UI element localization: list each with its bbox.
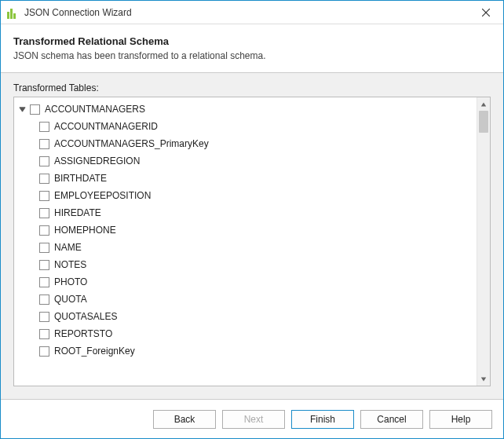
cancel-button[interactable]: Cancel <box>360 410 423 429</box>
tree-child-row[interactable]: HOMEPHONE <box>14 221 477 239</box>
tree-item-label: HOMEPHONE <box>54 225 116 236</box>
vertical-scrollbar[interactable] <box>477 97 490 386</box>
checkbox[interactable] <box>39 329 49 339</box>
checkbox[interactable] <box>39 277 49 287</box>
window-title: JSON Connection Wizard <box>24 7 469 18</box>
tree-item-label: QUOTA <box>54 294 87 305</box>
tree-child-row[interactable]: REPORTSTO <box>14 325 477 342</box>
svg-marker-3 <box>481 102 486 106</box>
tree-child-row[interactable]: ASSIGNEDREGION <box>14 152 477 170</box>
checkbox[interactable] <box>39 174 49 184</box>
checkbox[interactable] <box>39 208 49 218</box>
tree-child-row[interactable]: HIREDATE <box>14 204 477 221</box>
app-icon <box>7 6 20 19</box>
tree-container: ACCOUNTMANAGERS ACCOUNTMANAGERIDACCOUNTM… <box>13 97 491 386</box>
tree-child-row[interactable]: NOTES <box>14 256 477 273</box>
checkbox[interactable] <box>39 225 49 236</box>
tree-item-label: ROOT_ForeignKey <box>54 346 135 357</box>
tree-item-label: REPORTSTO <box>54 328 112 339</box>
tree-label: Transformed Tables: <box>13 82 491 93</box>
tree-child-row[interactable]: EMPLOYEEPOSITION <box>14 187 477 204</box>
tree-child-row[interactable]: ROOT_ForeignKey <box>14 342 477 360</box>
tree-item-label: ACCOUNTMANAGERID <box>54 121 158 132</box>
page-heading: Transformed Relational Schema <box>13 35 491 47</box>
scroll-thumb[interactable] <box>479 111 488 133</box>
transformed-tables-tree[interactable]: ACCOUNTMANAGERS ACCOUNTMANAGERIDACCOUNTM… <box>14 97 477 386</box>
tree-item-label: PHOTO <box>54 276 87 287</box>
tree-child-row[interactable]: BIRTHDATE <box>14 170 477 187</box>
checkbox[interactable] <box>39 243 49 253</box>
expander-toggle[interactable] <box>17 104 27 114</box>
wizard-header: Transformed Relational Schema JSON schem… <box>1 24 503 73</box>
tree-item-label: HIREDATE <box>54 207 101 218</box>
help-button[interactable]: Help <box>429 410 492 429</box>
back-button[interactable]: Back <box>153 410 216 429</box>
finish-button[interactable]: Finish <box>291 410 354 429</box>
tree-child-row[interactable]: QUOTASALES <box>14 308 477 325</box>
page-subtext: JSON schema has been transformed to a re… <box>13 50 491 61</box>
svg-marker-2 <box>19 107 24 111</box>
checkbox[interactable] <box>39 191 49 201</box>
tree-item-label: ASSIGNEDREGION <box>54 155 140 166</box>
close-icon <box>482 9 490 16</box>
tree-item-label: EMPLOYEEPOSITION <box>54 190 151 201</box>
scroll-up-button[interactable] <box>477 97 490 111</box>
chevron-down-icon <box>480 376 487 382</box>
close-button[interactable] <box>469 1 503 24</box>
tree-child-row[interactable]: ACCOUNTMANAGERID <box>14 118 477 135</box>
checkbox[interactable] <box>39 260 49 270</box>
tree-item-label: BIRTHDATE <box>54 173 107 184</box>
checkbox[interactable] <box>39 294 49 305</box>
wizard-body: Transformed Tables: ACCOUNTMANAGERS ACCO… <box>1 73 503 399</box>
scroll-down-button[interactable] <box>477 372 490 386</box>
checkbox[interactable] <box>39 122 49 132</box>
titlebar: JSON Connection Wizard <box>1 1 503 24</box>
chevron-up-icon <box>480 101 487 108</box>
checkbox[interactable] <box>39 139 49 149</box>
tree-item-label: QUOTASALES <box>54 311 117 322</box>
checkbox[interactable] <box>30 104 40 115</box>
next-button: Next <box>222 410 285 429</box>
wizard-window: JSON Connection Wizard Transformed Relat… <box>0 0 504 439</box>
checkbox[interactable] <box>39 156 49 166</box>
chevron-down-icon <box>19 106 26 113</box>
tree-item-label: NAME <box>54 242 82 253</box>
checkbox[interactable] <box>39 312 49 322</box>
tree-child-row[interactable]: ACCOUNTMANAGERS_PrimaryKey <box>14 135 477 152</box>
checkbox[interactable] <box>39 346 49 357</box>
tree-child-row[interactable]: NAME <box>14 239 477 256</box>
svg-marker-4 <box>481 377 486 381</box>
tree-child-row[interactable]: PHOTO <box>14 273 477 291</box>
tree-item-label: NOTES <box>54 259 86 270</box>
tree-item-label: ACCOUNTMANAGERS_PrimaryKey <box>54 138 209 149</box>
tree-item-label: ACCOUNTMANAGERS <box>45 104 145 115</box>
tree-child-row[interactable]: QUOTA <box>14 291 477 308</box>
tree-root-row[interactable]: ACCOUNTMANAGERS <box>14 101 477 118</box>
wizard-footer: Back Next Finish Cancel Help <box>1 399 503 438</box>
